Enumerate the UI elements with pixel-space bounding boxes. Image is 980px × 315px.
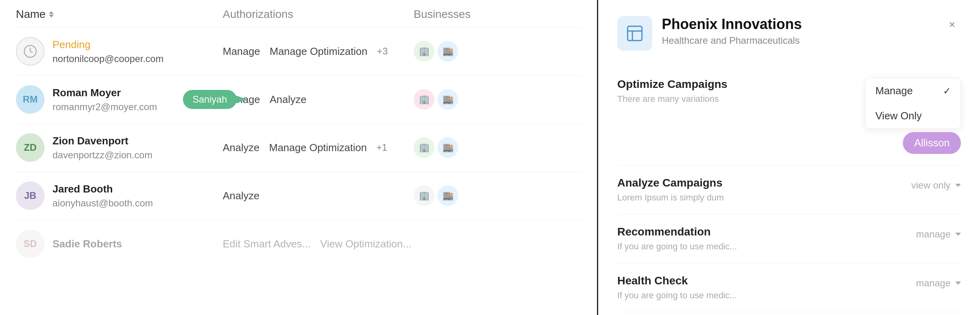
permission-control[interactable]: manage [850,274,961,292]
avatar: ZD [16,133,45,162]
user-info: Sadie Roberts [52,238,122,250]
select-value: manage [916,278,951,289]
users-table: Name Authorizations Businesses Pending [0,0,598,315]
auth-secondary: View Optimization... [320,238,411,250]
user-email: aionyhaust@booth.com [52,198,153,209]
user-cell: SD Sadie Roberts [16,229,223,258]
user-name: Sadie Roberts [52,238,122,250]
option-view-only[interactable]: View Only [866,103,961,128]
user-cell: Pending nortonilcoop@cooper.com [16,37,223,66]
col-biz-header: Businesses [414,8,581,21]
biz-icon: 🏬 [438,89,458,110]
auth-secondary: Analyze [270,93,307,106]
col-name-header[interactable]: Name [16,8,223,21]
permission-info: Analyze Campaigns Lorem Ipsum is simply … [617,177,850,203]
permission-desc: Lorem Ipsum is simply dum [617,192,850,203]
table-row: ZD Zion Davenport davenportzz@zion.com A… [16,124,581,172]
biz-cell: 🏢 🏬 [414,185,581,206]
tooltip-container: Saniyah [183,90,237,109]
user-email: romanmyr2@moyer.com [52,101,157,113]
permission-control[interactable]: manage [850,226,961,243]
permission-dropdown[interactable]: Manage ✓ View Only [865,78,961,129]
permission-row-health: Health Check If you are going to use med… [617,263,961,312]
select-value: view only [911,180,951,191]
permission-title: Health Check [617,274,850,287]
auth-cell: Manage Analyze [223,93,414,106]
avatar: JB [16,181,45,210]
auth-extra: +1 [376,142,387,153]
user-info: Zion Davenport davenportzz@zion.com [52,135,152,161]
auth-primary: Edit Smart Adves... [223,238,311,250]
tooltip-arrow [236,95,247,103]
permission-desc: If you are going to use medic... [617,290,850,301]
user-name: Roman Moyer [52,87,157,99]
permission-desc: There are many variations [617,94,850,104]
svg-rect-1 [628,26,642,41]
user-cell: ZD Zion Davenport davenportzz@zion.com [16,133,223,162]
check-icon: ✓ [943,86,951,97]
user-status: Pending [52,39,163,51]
table-header: Name Authorizations Businesses [16,0,581,27]
auth-cell: Manage Manage Optimization +3 [223,45,414,58]
biz-cell: 🏢 🏬 [414,41,581,62]
close-button[interactable]: × [943,16,961,33]
sort-up-icon [49,11,54,14]
allisson-button[interactable]: Allisson [903,132,961,154]
permission-title: Analyze Campaigns [617,177,850,189]
permission-info: Recommendation If you are going to use m… [617,226,850,252]
user-info: Pending nortonilcoop@cooper.com [52,39,163,64]
table-row: RM Roman Moyer romanmyr2@moyer.com Manag… [16,76,581,124]
biz-icon: 🏢 [414,185,434,206]
col-auth-header: Authorizations [223,8,414,21]
biz-cell: 🏢 🏬 [414,137,581,158]
option-manage[interactable]: Manage ✓ [866,78,961,103]
sort-icon[interactable] [49,11,54,18]
table-row: Pending nortonilcoop@cooper.com Manage M… [16,27,581,76]
tooltip-bubble: Saniyah [183,90,237,109]
company-info: Phoenix Innovations Healthcare and Pharm… [662,16,934,46]
panel-header: Phoenix Innovations Healthcare and Pharm… [617,16,961,51]
permission-select[interactable]: manage [916,274,961,292]
chevron-down-icon [955,282,961,285]
auth-cell: Analyze Manage Optimization +1 [223,142,414,154]
table-row: SD Sadie Roberts Edit Smart Adves... Vie… [16,220,581,268]
user-email: davenportzz@zion.com [52,150,152,161]
auth-primary: Manage [223,45,260,58]
chevron-down-icon [955,184,961,187]
user-cell: JB Jared Booth aionyhaust@booth.com [16,181,223,210]
permission-control[interactable]: view only [850,177,961,194]
avatar: RM [16,85,45,114]
select-value: manage [916,229,951,240]
auth-secondary: Manage Optimization [269,142,367,154]
auth-primary: Analyze [223,190,260,202]
biz-icon: 🏢 [414,41,434,62]
user-name: Zion Davenport [52,135,152,147]
chevron-down-icon [955,233,961,236]
permission-select[interactable]: view only [911,177,961,194]
biz-icon: 🏬 [438,185,458,206]
permission-desc: If you are going to use medic... [617,241,850,252]
option-manage-label: Manage [875,85,913,97]
sort-down-icon [49,15,54,18]
user-info: Jared Booth aionyhaust@booth.com [52,183,153,209]
permission-info: Optimize Campaigns There are many variat… [617,78,850,104]
user-email: nortonilcoop@cooper.com [52,53,163,64]
auth-extra: +3 [377,46,388,57]
permission-title: Recommendation [617,226,850,238]
user-info: Roman Moyer romanmyr2@moyer.com [52,87,157,113]
biz-icon: 🏬 [438,41,458,62]
auth-secondary: Manage Optimization [270,45,368,58]
permission-select[interactable]: manage [916,226,961,243]
permission-control: Manage ✓ View Only Allisson [850,78,961,154]
permission-row-analyze: Analyze Campaigns Lorem Ipsum is simply … [617,165,961,214]
user-name: Jared Booth [52,183,153,195]
biz-icon: 🏬 [438,137,458,158]
biz-icon: 🏢 [414,89,434,110]
table-row: JB Jared Booth aionyhaust@booth.com Anal… [16,172,581,220]
biz-cell: 🏢 🏬 [414,89,581,110]
company-industry: Healthcare and Pharmaceuticals [662,35,934,46]
auth-cell: Analyze [223,190,414,202]
option-view-only-label: View Only [875,110,922,122]
company-icon [617,16,652,51]
avatar [16,37,45,66]
